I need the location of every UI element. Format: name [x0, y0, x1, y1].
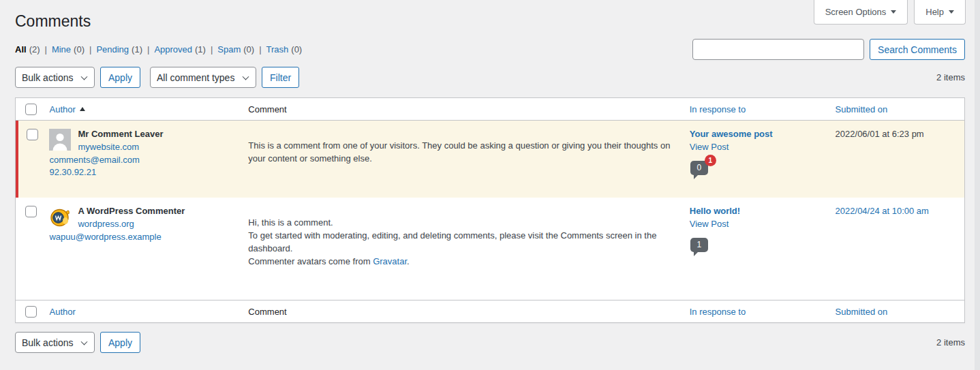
filter-pending-link[interactable]: Pending — [96, 44, 129, 55]
select-all-checkbox[interactable] — [25, 104, 37, 115]
select-comment-checkbox[interactable] — [25, 206, 37, 217]
filter-all-count: (2) — [29, 44, 40, 55]
bulk-actions-group: Bulk actions Apply — [15, 332, 140, 353]
filter-all-link[interactable]: All — [15, 44, 27, 55]
table-footer: Author Comment In response to Submitted … — [16, 300, 965, 322]
comment-line-text: Commenter avatars come from — [248, 256, 373, 266]
comment-footer-label: Comment — [241, 300, 682, 322]
author-email-link[interactable]: comments@email.com — [49, 155, 139, 165]
post-title-link[interactable]: Your awesome post — [690, 129, 773, 139]
submitted-on-cell: 2022/04/24 at 10:00 am — [829, 198, 965, 300]
sort-response-footer[interactable]: In response to — [690, 307, 746, 317]
comment-count-bubble[interactable]: 1 — [690, 238, 708, 252]
comment-line-text: . — [407, 256, 410, 266]
chevron-down-icon — [891, 10, 896, 14]
select-all-checkbox[interactable] — [25, 306, 37, 318]
filter-spam-count: (0) — [243, 44, 254, 55]
view-post-link[interactable]: View Post — [690, 142, 729, 152]
mystery-person-avatar — [49, 129, 71, 151]
in-response-to-cell: Hello world! View Post 1 — [683, 198, 829, 300]
pending-count-badge[interactable]: 1 — [705, 155, 716, 166]
submitted-date-link[interactable]: 2022/04/24 at 10:00 am — [836, 206, 929, 216]
filter-mine-link[interactable]: Mine — [52, 44, 71, 55]
sort-asc-icon — [80, 107, 85, 111]
search-box: Search Comments — [692, 39, 965, 60]
filter-trash-count: (0) — [291, 44, 302, 55]
bulk-actions-select[interactable]: Bulk actions — [15, 332, 95, 353]
filter-approved: Approved (1) — [142, 44, 206, 55]
comment-header-label: Comment — [241, 97, 682, 120]
bulk-actions-group: Bulk actions Apply All comment types Fil… — [15, 67, 299, 88]
sort-author-header[interactable]: Author — [49, 104, 85, 114]
filter-trash-link[interactable]: Trash — [266, 44, 289, 55]
submitted-on-cell: 2022/06/01 at 6:23 pm — [829, 120, 965, 198]
sort-response-header[interactable]: In response to — [690, 104, 746, 114]
comments-page: Comments All (2) Mine (0) Pending (1) Ap… — [0, 0, 980, 354]
filter-search-row: All (2) Mine (0) Pending (1) Approved (1… — [15, 39, 965, 61]
filter-mine-count: (0) — [74, 44, 85, 55]
comment-count-wrap: 1 — [690, 238, 708, 252]
filter-spam-link[interactable]: Spam — [217, 44, 241, 55]
in-response-to-cell: Your awesome post View Post 0 1 — [683, 120, 829, 198]
table-row: Mr Comment Leaver mywebsite.com comments… — [16, 120, 965, 198]
author-ip-link[interactable]: 92.30.92.21 — [49, 167, 96, 177]
screen-meta-bar: Screen Options Help — [814, 0, 966, 25]
filter-approved-count: (1) — [195, 44, 206, 55]
search-comments-button[interactable]: Search Comments — [870, 39, 965, 60]
sort-submitted-header[interactable]: Submitted on — [836, 104, 888, 114]
bulk-actions-select-wrap: Bulk actions — [15, 332, 95, 353]
comment-line: Hi, this is a comment. — [248, 217, 675, 230]
filter-mine: Mine (0) — [40, 44, 85, 55]
comment-cell: Hi, this is a comment. To get started wi… — [241, 198, 682, 300]
screen-options-label: Screen Options — [825, 7, 887, 17]
comment-text: Hi, this is a comment. To get started wi… — [248, 217, 675, 268]
author-cell: A WordPress Commenter wordpress.org wapu… — [42, 198, 241, 300]
filter-all: All (2) — [15, 44, 40, 55]
apply-button[interactable]: Apply — [100, 67, 140, 88]
items-count-top: 2 items — [936, 72, 965, 82]
apply-button[interactable]: Apply — [100, 332, 140, 353]
bulk-actions-select[interactable]: Bulk actions — [15, 67, 95, 88]
comment-count-wrap: 0 1 — [690, 161, 708, 175]
filter-pending-count: (1) — [132, 44, 142, 55]
author-header-label: Author — [49, 104, 75, 114]
screen-options-button[interactable]: Screen Options — [814, 0, 908, 25]
filter-pending: Pending (1) — [85, 44, 142, 55]
sort-submitted-footer[interactable]: Submitted on — [836, 307, 888, 317]
author-cell: Mr Comment Leaver mywebsite.com comments… — [42, 120, 241, 198]
comment-line: Commenter avatars come from Gravatar. — [248, 256, 675, 268]
select-comment-checkbox[interactable] — [27, 129, 38, 140]
comment-types-select-wrap: All comment types — [150, 67, 256, 88]
filter-trash: Trash (0) — [254, 44, 302, 55]
items-count-bottom: 2 items — [936, 337, 965, 348]
status-filter-list: All (2) Mine (0) Pending (1) Approved (1… — [15, 44, 302, 55]
sort-author-footer[interactable]: Author — [49, 307, 75, 317]
help-label: Help — [925, 7, 944, 17]
author-email-link[interactable]: wapuu@wordpress.example — [49, 232, 161, 242]
comment-line: To get started with moderating, editing,… — [248, 230, 675, 256]
filter-spam: Spam (0) — [206, 44, 254, 55]
view-post-link[interactable]: View Post — [690, 219, 729, 229]
submitted-date: 2022/06/01 at 6:23 pm — [836, 129, 924, 139]
filter-approved-link[interactable]: Approved — [154, 44, 192, 55]
author-url-link[interactable]: wordpress.org — [78, 219, 134, 229]
comments-table: Author Comment In response to Submitted … — [15, 97, 965, 323]
table-header: Author Comment In response to Submitted … — [16, 97, 965, 120]
author-name: A WordPress Commenter — [78, 206, 185, 216]
bulk-actions-select-wrap: Bulk actions — [15, 67, 95, 88]
help-button[interactable]: Help — [914, 0, 966, 25]
table-row: A WordPress Commenter wordpress.org wapu… — [16, 198, 965, 300]
filter-button[interactable]: Filter — [262, 67, 299, 88]
post-title-link[interactable]: Hello world! — [690, 206, 740, 216]
comment-cell: This is a comment from one of your visit… — [241, 120, 682, 198]
search-input[interactable] — [692, 39, 864, 60]
gravatar-link[interactable]: Gravatar — [373, 256, 407, 266]
tablenav-top: Bulk actions Apply All comment types Fil… — [15, 67, 965, 89]
wapuu-avatar — [49, 206, 71, 228]
tablenav-bottom: Bulk actions Apply 2 items — [15, 332, 965, 354]
scrollbar[interactable] — [975, 0, 980, 370]
author-name: Mr Comment Leaver — [78, 129, 163, 139]
author-url-link[interactable]: mywebsite.com — [78, 142, 139, 152]
comment-types-select[interactable]: All comment types — [150, 67, 256, 88]
chevron-down-icon — [949, 10, 954, 14]
